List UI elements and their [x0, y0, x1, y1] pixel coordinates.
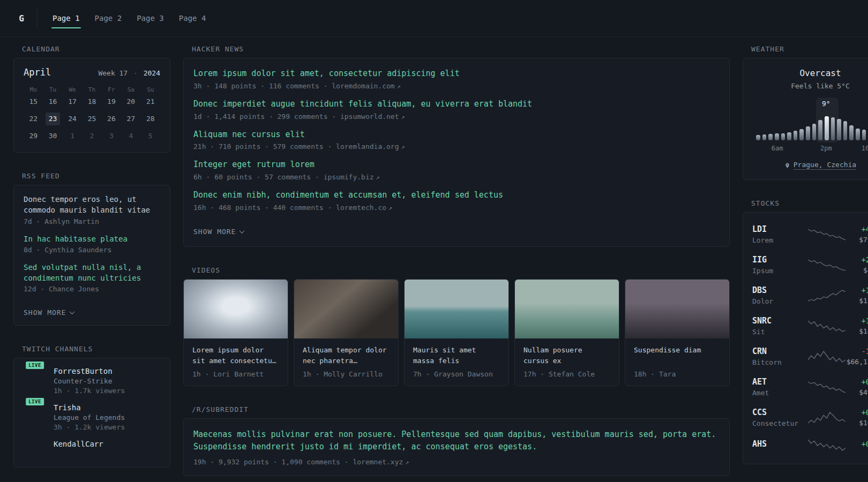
calendar-day: 1 [65, 130, 80, 142]
weather-hour-bar [806, 126, 810, 140]
subreddit-post-meta: 19h · 9,932 points · 1,090 comments · lo… [193, 458, 720, 466]
weather-hour-bar [799, 129, 804, 140]
twitch-channel-meta: 1h · 1.7k viewers [54, 387, 125, 395]
subreddit-source-link[interactable]: loremnet.xyz↗ [353, 458, 409, 466]
app-logo[interactable]: G [13, 13, 29, 24]
stock-row[interactable]: IIG Ipsum +2.84% $42.04 [752, 250, 868, 280]
hackernews-source-link[interactable]: loremlandia.org↗ [336, 142, 405, 150]
hackernews-source-link[interactable]: loremdomain.com↗ [332, 82, 401, 90]
page-tabs: Page 1 Page 2 Page 3 Page 4 [45, 10, 213, 27]
twitch-channel-row[interactable]: KendallCarr [24, 440, 160, 450]
rss-item-meta: 8d · Cynthia Saunders [24, 246, 160, 254]
hackernews-source-link[interactable]: loremtech.co↗ [336, 204, 392, 212]
logo-divider [37, 8, 38, 28]
stock-symbol: IIG [752, 255, 808, 265]
hackernews-show-more-button[interactable]: SHOW MORE [193, 228, 244, 236]
video-title-link[interactable]: Suspendisse diam [634, 345, 721, 366]
video-meta: 17h · Stefan Cole [523, 370, 610, 378]
weather-hourly-chart: 9° [756, 102, 868, 140]
video-title-link[interactable]: Mauris sit amet massa felis [413, 345, 500, 366]
hackernews-title-link[interactable]: Donec enim nibh, condimentum et accumsan… [193, 190, 720, 201]
hackernews-item-meta: 6h · 60 points · 57 comments · ipsumify.… [193, 173, 720, 181]
hackernews-source-domain: ipsumify.biz [324, 173, 374, 181]
weather-hour-bar [837, 119, 841, 140]
hackernews-title-link[interactable]: Lorem ipsum dolor sit amet, consectetur … [193, 68, 720, 80]
calendar-widget: CALENDAR April Week 17 · 2024 MoTuWeThFr… [13, 45, 170, 153]
rss-item-title-link[interactable]: In hac habitasse platea [24, 234, 160, 244]
calendar-day: 15 [26, 95, 41, 108]
location-pin-icon [784, 162, 790, 169]
video-card[interactable]: Mauris sit amet massa felis 7h · Grayson… [404, 279, 509, 386]
calendar-day: 21 [143, 95, 158, 108]
stock-identity: IIG Ipsum [752, 255, 808, 275]
stock-values: +4.35% $795.18 [845, 225, 868, 244]
weather-hour-bar [849, 125, 854, 140]
video-thumbnail [184, 280, 288, 338]
weather-card: Overcast Feels like 5°C 9° 6am 2pm 10pm … [743, 58, 868, 180]
rss-item: In hac habitasse platea 8d · Cynthia Sau… [24, 234, 160, 254]
hackernews-source-link[interactable]: ipsumify.biz↗ [324, 173, 380, 181]
weather-hour-bar [762, 134, 767, 140]
weather-hour-bar [843, 121, 848, 140]
video-card-body: Lorem ipsum dolor sit amet consectetu… 1… [184, 338, 288, 386]
video-card[interactable]: Suspendisse diam 18h · Tara [625, 279, 730, 386]
hackernews-title-link[interactable]: Integer eget rutrum lorem [193, 159, 720, 171]
stocks-card: LDI Lorem +4.35% $795.18 [743, 212, 868, 464]
hackernews-meta-text: 16h · 468 points · 440 comments · [193, 204, 332, 212]
hackernews-item-meta: 21h · 710 points · 579 comments · loreml… [193, 142, 720, 150]
calendar-day: 23 [46, 112, 60, 125]
page-tab[interactable]: Page 1 [51, 10, 81, 27]
separator-dot: · [133, 69, 138, 77]
rss-item-meta: 12d · Chance Jones [24, 285, 160, 293]
chevron-down-icon [70, 310, 75, 315]
stock-row[interactable]: SNRC Sit +1.36% $148.64 [752, 311, 868, 341]
page-tab[interactable]: Page 2 [94, 10, 123, 27]
stock-row[interactable]: AHS +0.46% [752, 433, 868, 457]
stock-sparkline [808, 258, 845, 272]
video-thumbnail [515, 280, 619, 338]
stock-identity: LDI Lorem [752, 224, 808, 244]
hackernews-title-link[interactable]: Donec imperdiet augue tincidunt felis al… [193, 99, 720, 110]
hackernews-title-link[interactable]: Aliquam nec cursus elit [193, 129, 720, 141]
calendar-day: 24 [65, 112, 80, 125]
video-card[interactable]: Aliquam tempor dolor nec pharetra… 1h · … [294, 279, 399, 386]
hackernews-item: Donec enim nibh, condimentum et accumsan… [193, 190, 720, 212]
rss-item-title-link[interactable]: Donec tempor eros leo, ut commodo mauris… [24, 194, 160, 216]
stock-row[interactable]: LDI Lorem +4.35% $795.18 [752, 219, 868, 250]
calendar-week-label: Week 17 [98, 69, 128, 77]
video-title-link[interactable]: Nullam posuere cursus ex [523, 345, 610, 366]
calendar-year: 2024 [144, 69, 160, 77]
twitch-channel-name: KendallCarr [54, 440, 103, 448]
stock-symbol: CCS [752, 408, 808, 417]
page-tab[interactable]: Page 4 [178, 10, 207, 27]
stock-row[interactable]: AET Amet +0.92% $499.72 [752, 372, 868, 402]
weather-condition: Overcast [753, 68, 868, 78]
stock-change: +0.92% [845, 378, 868, 386]
stock-row[interactable]: DBS Dolor +1.42% $156.28 [752, 280, 868, 311]
subreddit-card: Maecenas mollis pulvinar erat non posuer… [183, 418, 730, 476]
twitch-channel-row[interactable]: LIVE ForrestBurton Counter-Strike 1h · 1… [24, 367, 160, 395]
calendar-day: 26 [104, 112, 118, 125]
stock-row[interactable]: CRN Bitcorn -1.00% $66,171.48 [752, 341, 868, 372]
videos-section-title: VIDEOS [192, 266, 730, 274]
weather-hour-bar [831, 117, 835, 140]
video-title-link[interactable]: Aliquam tempor dolor nec pharetra… [303, 345, 390, 366]
rss-show-more-button[interactable]: SHOW MORE [24, 308, 74, 317]
calendar-week-year: Week 17 · 2024 [98, 69, 160, 77]
page-tab[interactable]: Page 3 [136, 10, 165, 27]
video-card[interactable]: Nullam posuere cursus ex 17h · Stefan Co… [514, 279, 619, 386]
weather-hour-bar [781, 133, 785, 140]
subreddit-post-title-link[interactable]: Maecenas mollis pulvinar erat non posuer… [193, 428, 720, 454]
rss-item-title-link[interactable]: Sed volutpat nulla nisl, a condimentum n… [24, 262, 160, 284]
stock-row[interactable]: CCS Consectetur +0.51% $165.84 [752, 402, 868, 433]
video-card[interactable]: Lorem ipsum dolor sit amet consectetu… 1… [183, 279, 288, 386]
stock-sparkline [808, 289, 845, 303]
stock-name: Sit [752, 328, 808, 336]
hackernews-source-link[interactable]: ipsumworld.net↗ [340, 112, 405, 120]
video-title-link[interactable]: Lorem ipsum dolor sit amet consectetu… [192, 345, 279, 366]
calendar-day: 22 [26, 112, 41, 125]
stock-price: $795.18 [845, 236, 868, 244]
stock-sparkline [808, 228, 845, 242]
twitch-channel-row[interactable]: LIVE Trisha League of Legends 3h · 1.2k … [24, 403, 160, 431]
stocks-list: LDI Lorem +4.35% $795.18 [752, 219, 868, 457]
